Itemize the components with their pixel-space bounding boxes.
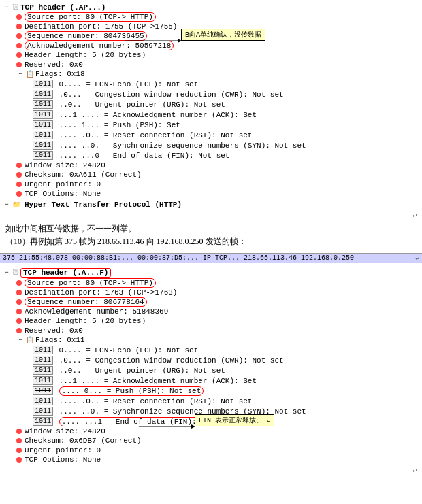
flag-text-psh-2: .... 0... = Push (PSH): Not set (54, 387, 204, 395)
checksum-label-1: Checksum: 0xA611 (Correct) (25, 171, 142, 179)
flag-cwr-2: 1011 .0... = Congestion window reduction… (3, 355, 419, 365)
flag-text-urg-2: ..0.. = Urgent pointer (URG): Not set (54, 367, 225, 375)
flag-bits-urg-1: 1011 (33, 100, 53, 109)
flag-text-ack-2: ...1 .... = Acknowledgment number (ACK):… (54, 377, 257, 385)
ack-row-2: Acknowledgement number: 51848369 (3, 307, 419, 316)
dst-port-row-2: Destination port: 1763 (TCP->1763) (3, 288, 419, 297)
field-dot-r2 (16, 328, 22, 333)
flag-bits-rst-2: 1011 (33, 397, 53, 405)
field-dot-o2 (16, 457, 22, 463)
field-dot-u2 (16, 448, 22, 453)
pkt-dst-mac: 00:00:87:D5:... (137, 254, 199, 262)
fin-wrapper: 1011 .... ...1 = End of data (FIN): Set … (3, 416, 419, 426)
flag-bits-rst-1: 1011 (33, 131, 53, 139)
flags-label-1: Flags: 0x18 (35, 70, 85, 78)
field-dot-a2 (16, 309, 22, 314)
field-dot-s2 (16, 280, 22, 286)
flag-bits-ece-2: 1011 (33, 346, 53, 354)
annotation-box-1: B向A单纯确认，没传数据 (181, 29, 265, 41)
flag-text-urg-1: ..0.. = Urgent pointer (URG): Not set (54, 101, 225, 109)
field-dot-6 (16, 62, 22, 67)
dst-port-label-2: Destination port: 1763 (TCP->1763) (25, 288, 177, 297)
flag-urg-2: 1011 ..0.. = Urgent pointer (URG): Not s… (3, 365, 419, 375)
flag-text-rst-2: .... .0.. = Reset connection (RST): Not … (54, 397, 252, 405)
section1-tree: − 🖼 TCP header (.AP...) Source port: 80 … (0, 3, 422, 211)
hdr-len-row-2: Header length: 5 (20 bytes) (3, 316, 419, 326)
reserved-row-1: Reserved: 0x0 (3, 60, 419, 69)
http-folder: 📁 (12, 201, 20, 209)
pkt-dst-ip: 192.168.0.250 (301, 254, 354, 262)
source-port-label-1: Source port: 80 (TCP-> HTTP) (25, 13, 156, 21)
flag-text-rst-1: .... .0.. = Reset connection (RST): Not … (54, 131, 252, 139)
annotation-arrow-2: ↵ (267, 418, 270, 424)
page-container: − 🖼 TCP header (.AP...) Source port: 80 … (0, 0, 422, 477)
middle-text: 如此中间相互传数据，不一一列举。 （10）再例如第 375 帧为 218.65.… (0, 219, 422, 252)
flags-header-2: − 📋 Flags: 0x11 (3, 335, 419, 345)
window-label-2: Window size: 24820 (25, 427, 106, 435)
flag-bits-psh-2: 1011 (33, 386, 53, 395)
flag-bits-ack-1: 1011 (33, 110, 53, 119)
source-port-row-2: Source port: 80 (TCP-> HTTP) (3, 278, 419, 288)
seq-wrapper-1: Sequence number: 804736455 B向A单纯确认，没传数据 (3, 31, 419, 41)
options-row-1: TCP Options: None (3, 189, 419, 199)
options-row-2: TCP Options: None (3, 455, 419, 465)
urgent-label-2: Urgent pointer: 0 (25, 446, 101, 454)
flag-psh-2: 1011 .... 0... = Push (PSH): Not set (3, 386, 419, 396)
flags-collapse-1[interactable]: − (16, 70, 25, 78)
field-dot-u1 (16, 182, 22, 187)
annotation-box-2: FIN 表示正常释放。 ↵ (195, 414, 274, 426)
section1-header: − 🖼 TCP header (.AP...) (3, 3, 419, 12)
pkt-src-ip: 218.65.113.46 (244, 254, 297, 262)
pkt-info: TCP... (215, 254, 240, 262)
urgent-row-1: Urgent pointer: 0 (3, 180, 419, 189)
dst-port-label-1: Destination port: 1755 (TCP->1755) (25, 22, 177, 31)
flag-bits-psh-1: 1011 (33, 120, 53, 129)
flag-text-ece-1: 0.... = ECN-Echo (ECE): Not set (54, 80, 198, 88)
collapse-icon-2[interactable]: − (3, 269, 11, 277)
flag-bits-cwr-2: 1011 (33, 356, 53, 365)
flag-cwr-1: 1011 .0... = Congestion window reduction… (3, 89, 419, 99)
flag-syn-1: 1011 .... ..0. = Synchronize sequence nu… (3, 140, 419, 150)
flags-header-1: − 📋 Flags: 0x18 (3, 69, 419, 79)
http-collapse[interactable]: − (3, 201, 11, 209)
field-dot-o1 (16, 191, 22, 197)
field-dot-c1 (16, 172, 22, 178)
field-dot-4 (16, 43, 22, 48)
flags-folder-2: 📋 (26, 336, 34, 344)
flag-text-ack-1: ...1 .... = Acknowledgment number (ACK):… (54, 111, 257, 119)
flag-ack-1: 1011 ...1 .... = Acknowledgment number (… (3, 110, 419, 120)
field-dot-q2 (16, 299, 22, 305)
flag-psh-1: 1011 .... 1... = Push (PSH): Set (3, 120, 419, 130)
section1-title: TCP header (.AP...) (20, 3, 106, 12)
field-dot-w2 (16, 429, 22, 434)
window-row-1: Window size: 24820 (3, 161, 419, 170)
collapse-icon-1[interactable]: − (3, 3, 11, 12)
urgent-label-1: Urgent pointer: 0 (25, 180, 101, 188)
http-row: − 📁 Hyper Text Transfer Protocol (HTTP) (3, 199, 419, 211)
reserved-label-1: Reserved: 0x0 (25, 61, 83, 69)
flag-text-cwr-1: .0... = Congestion window reduction (CWR… (54, 90, 284, 99)
source-port-row-1: Source port: 80 (TCP-> HTTP) (3, 12, 419, 22)
http-label: Hyper Text Transfer Protocol (HTTP) (22, 199, 184, 210)
folder-img-2: 🖼 (12, 269, 19, 277)
reserved-row-2: Reserved: 0x0 (3, 326, 419, 335)
source-port-label-2: Source port: 80 (TCP-> HTTP) (25, 279, 156, 287)
flags-label-2: Flags: 0x11 (35, 336, 85, 344)
flag-bits-syn-1: 1011 (33, 141, 53, 150)
flag-bits-syn-2: 1011 (33, 407, 53, 416)
folder-img-1: 🖼 (12, 3, 19, 12)
checksum-label-2: Checksum: 0x6DB7 (Correct) (25, 437, 142, 445)
middle-line-1: 如此中间相互传数据，不一一列举。 (5, 223, 417, 235)
field-dot-c2 (16, 438, 22, 443)
pkt-arrow: ↵ (416, 254, 419, 262)
bottom-arrow: ↵ (0, 465, 422, 474)
hdr-len-label-2: Header length: 5 (20 bytes) (25, 317, 146, 325)
flag-text-ece-2: 0.... = ECN-Echo (ECE): Not set (54, 346, 198, 354)
middle-line-2: （10）再例如第 375 帧为 218.65.113.46 向 192.168.… (5, 236, 417, 248)
field-dot-1 (16, 14, 22, 20)
field-dot-w1 (16, 163, 22, 168)
flag-text-psh-1: .... 1... = Push (PSH): Set (54, 121, 180, 129)
flag-fin-1: 1011 .... ...0 = End of data (FIN): Not … (3, 150, 419, 161)
flags-collapse-2[interactable]: − (16, 336, 25, 344)
flag-bits-urg-2: 1011 (33, 366, 53, 375)
